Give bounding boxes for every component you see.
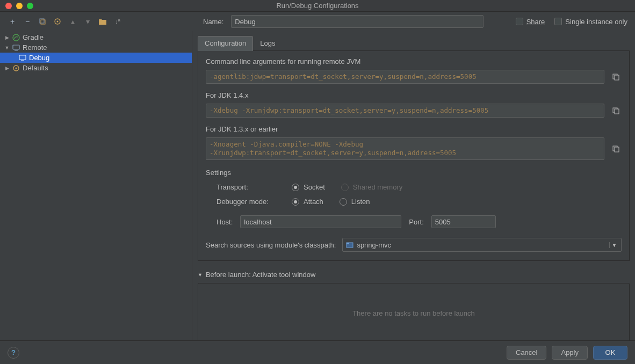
remote-debug-icon	[18, 54, 27, 62]
defaults-icon	[12, 64, 20, 72]
tree-label: Gradle	[23, 33, 44, 41]
copy-jdk14-button[interactable]	[610, 105, 622, 117]
tree-label: Debug	[29, 54, 49, 62]
window-title: Run/Debug Configurations	[0, 2, 635, 10]
tree-label: Remote	[23, 43, 47, 52]
tree-node-debug[interactable]: Debug	[0, 53, 192, 63]
mode-attach-radio[interactable]: Attach	[292, 198, 323, 206]
single-instance-label: Single instance only	[565, 18, 627, 26]
name-label: Name:	[203, 18, 223, 26]
before-launch-section: ▼ Before launch: Activate tool window Th…	[198, 271, 630, 343]
edit-defaults-button[interactable]	[53, 17, 62, 26]
copy-configuration-button[interactable]	[38, 17, 47, 26]
module-classpath-label: Search sources using module's classpath:	[206, 241, 336, 249]
debugger-mode-label: Debugger mode:	[217, 198, 292, 206]
sort-button[interactable]: ↓ª	[113, 17, 122, 26]
configurations-tree: ▶ Gradle ▼ Remote Debug ▶ Defaults	[0, 31, 192, 347]
move-up-button[interactable]: ▴	[68, 17, 77, 26]
transport-shared-memory-radio: Shared memory	[341, 183, 402, 191]
add-configuration-button[interactable]: +	[8, 17, 17, 26]
svg-point-3	[57, 21, 59, 23]
svg-rect-0	[40, 19, 44, 23]
help-button[interactable]: ?	[8, 347, 19, 359]
copy-jdk13-button[interactable]	[610, 143, 622, 155]
collapse-icon: ▼	[4, 45, 10, 50]
radio-label: Attach	[304, 198, 323, 206]
jdk13-label: For JDK 1.3.x or earlier	[206, 125, 622, 133]
radio-label: Socket	[304, 183, 325, 191]
minimize-window-button[interactable]	[16, 3, 23, 9]
configuration-tab-body: Command line arguments for running remot…	[198, 51, 630, 261]
svg-rect-14	[615, 147, 619, 152]
configuration-name-input[interactable]	[231, 15, 484, 28]
settings-label: Settings	[206, 169, 622, 177]
transport-socket-radio[interactable]: Socket	[292, 183, 325, 191]
port-input[interactable]	[431, 215, 496, 228]
share-label: Share	[526, 18, 545, 26]
before-launch-title: Before launch: Activate tool window	[206, 271, 316, 279]
cancel-button[interactable]: Cancel	[507, 346, 546, 360]
svg-rect-6	[19, 55, 26, 60]
svg-rect-12	[615, 109, 619, 114]
mode-listen-radio[interactable]: Listen	[340, 198, 370, 206]
zoom-window-button[interactable]	[27, 3, 33, 9]
dialog-button-bar: ? Cancel Apply OK	[0, 340, 635, 364]
ok-button[interactable]: OK	[593, 346, 627, 360]
copy-cmd-button[interactable]	[610, 71, 622, 83]
before-launch-list: There are no tasks to run before launch	[198, 283, 630, 343]
tab-logs[interactable]: Logs	[253, 36, 282, 51]
svg-rect-5	[13, 45, 19, 49]
jdk13-field[interactable]: -Xnoagent -Djava.compiler=NONE -Xdebug -…	[206, 137, 604, 160]
tree-node-gradle[interactable]: ▶ Gradle	[0, 32, 192, 42]
titlebar: Run/Debug Configurations	[0, 0, 635, 12]
host-label: Host:	[217, 218, 233, 226]
window-controls	[0, 3, 33, 9]
expand-icon: ▶	[4, 35, 10, 40]
configuration-panel: Configuration Logs Command line argument…	[192, 31, 635, 347]
tree-node-remote[interactable]: ▼ Remote	[0, 42, 192, 53]
module-classpath-value: spring-mvc	[357, 241, 391, 249]
radio-label: Shared memory	[353, 183, 402, 191]
close-window-button[interactable]	[5, 3, 12, 9]
share-checkbox[interactable]: Share	[516, 18, 545, 26]
tree-label: Defaults	[23, 64, 48, 72]
collapse-icon: ▼	[198, 272, 203, 278]
move-down-button[interactable]: ▾	[83, 17, 92, 26]
expand-icon: ▶	[4, 65, 10, 71]
jdk14-label: For JDK 1.4.x	[206, 91, 622, 99]
before-launch-header[interactable]: ▼ Before launch: Activate tool window	[198, 271, 630, 279]
svg-point-4	[13, 34, 19, 41]
single-instance-checkbox[interactable]: Single instance only	[554, 18, 627, 26]
tab-configuration[interactable]: Configuration	[198, 36, 253, 51]
folder-button[interactable]	[98, 17, 107, 26]
chevron-down-icon: ▼	[609, 242, 619, 248]
tree-node-defaults[interactable]: ▶ Defaults	[0, 63, 192, 73]
svg-rect-10	[615, 75, 619, 80]
svg-rect-16	[347, 243, 349, 244]
host-input[interactable]	[240, 215, 401, 228]
checkbox-icon	[554, 18, 562, 25]
remote-icon	[12, 43, 20, 52]
before-launch-empty-text: There are no tasks to run before launch	[352, 309, 475, 317]
module-classpath-combo[interactable]: spring-mvc ▼	[342, 238, 622, 252]
remove-configuration-button[interactable]: −	[23, 17, 32, 26]
jdk14-field[interactable]: -Xdebug -Xrunjdwp:transport=dt_socket,se…	[206, 104, 604, 118]
transport-label: Transport:	[217, 183, 292, 191]
cmd-args-field[interactable]: -agentlib:jdwp=transport=dt_socket,serve…	[206, 70, 604, 84]
gradle-icon	[12, 33, 20, 42]
module-icon	[346, 241, 353, 249]
port-label: Port:	[409, 218, 423, 226]
checkbox-icon	[516, 18, 523, 25]
header-row: + − ▴ ▾ ↓ª Name: Share Single instance o…	[0, 12, 635, 31]
radio-label: Listen	[351, 198, 370, 206]
apply-button[interactable]: Apply	[552, 346, 588, 360]
configurations-toolbar: + − ▴ ▾ ↓ª	[5, 17, 198, 26]
tab-bar: Configuration Logs	[198, 35, 630, 51]
svg-point-8	[16, 67, 17, 69]
main-area: ▶ Gradle ▼ Remote Debug ▶ Defaults	[0, 31, 635, 347]
cmd-args-label: Command line arguments for running remot…	[206, 57, 622, 65]
svg-rect-1	[41, 20, 45, 24]
